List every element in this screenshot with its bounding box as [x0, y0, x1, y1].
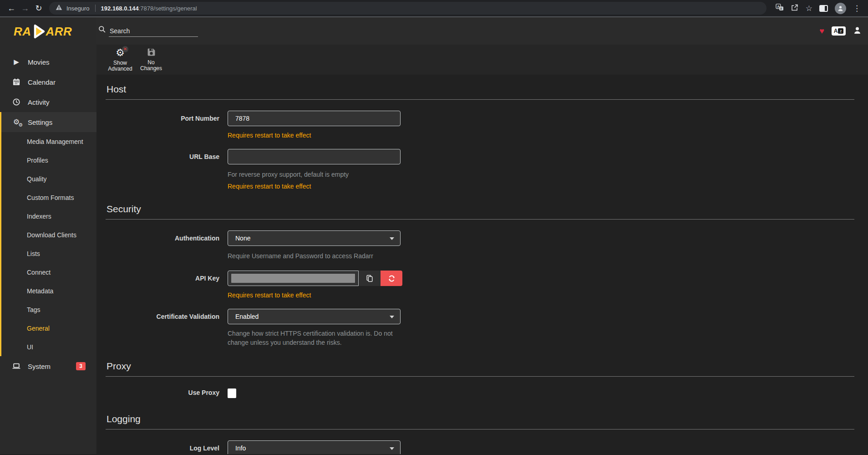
url-base-input[interactable]	[228, 149, 401, 164]
sidebar-item-label: Activity	[28, 98, 50, 106]
section-title: Host	[106, 80, 854, 100]
sidebar-item-indexers[interactable]: Indexers	[1, 207, 96, 225]
section-proxy: Proxy Use Proxy	[106, 357, 854, 398]
sidebar-item-custom-formats[interactable]: Custom Formats	[1, 188, 96, 207]
sidebar-item-media-management[interactable]: Media Management	[1, 132, 96, 151]
clock-icon	[12, 98, 21, 106]
authentication-row: Authentication None Require Username and…	[106, 230, 854, 261]
radarr-logo[interactable]: RA ARR	[0, 17, 96, 46]
use-proxy-checkbox[interactable]	[228, 389, 236, 398]
restart-warning: Requires restart to take effect	[228, 132, 402, 139]
settings-general-page: Host Port Number Requires restart to tak…	[96, 75, 868, 454]
sidebar-item-general[interactable]: General	[1, 319, 96, 337]
section-title: Proxy	[106, 357, 854, 377]
sidebar-item-movies[interactable]: ▶ Movies	[0, 52, 96, 72]
section-title: Security	[106, 200, 854, 220]
show-advanced-button[interactable]: ⚙✕ Show Advanced	[106, 47, 135, 72]
browser-reload-icon[interactable]: ↻	[32, 3, 46, 13]
sidebar-item-ui[interactable]: UI	[1, 337, 96, 356]
chevron-down-icon	[390, 316, 394, 318]
svg-text:z: z	[780, 7, 782, 10]
user-icon[interactable]	[853, 26, 862, 36]
sidebar-item-lists[interactable]: Lists	[1, 244, 96, 263]
browser-back-icon[interactable]: ←	[5, 4, 18, 13]
refresh-icon	[388, 275, 396, 282]
browser-forward-icon[interactable]: →	[18, 4, 32, 13]
port-number-input[interactable]	[228, 111, 401, 126]
advanced-gear-icon: ⚙✕	[115, 47, 126, 58]
share-icon[interactable]	[791, 4, 799, 13]
section-security: Security Authentication None Require Use…	[106, 200, 854, 347]
sidebar-item-tags[interactable]: Tags	[1, 300, 96, 319]
url-path: :7878/settings/general	[139, 5, 197, 12]
api-key-redacted-value	[231, 274, 355, 283]
copy-api-key-button[interactable]	[359, 271, 381, 286]
section-host: Host Port Number Requires restart to tak…	[106, 80, 854, 190]
sidebar-item-label: Calendar	[28, 78, 56, 86]
show-advanced-label: Show Advanced	[106, 60, 135, 72]
no-changes-label: No Changes	[137, 60, 166, 72]
authentication-helper: Require Username and Password to access …	[228, 251, 401, 261]
certificate-validation-label: Certificate Validation	[106, 309, 219, 347]
certificate-validation-helper: Change how strict HTTPS certification va…	[228, 329, 401, 347]
sidebar-item-metadata[interactable]: Metadata	[1, 281, 96, 300]
restart-warning: Requires restart to take effect	[228, 291, 402, 299]
clipboard-copy-icon	[366, 275, 373, 282]
certificate-validation-row: Certificate Validation Enabled Change ho…	[106, 309, 854, 347]
omnibox-separator	[95, 5, 96, 12]
api-key-row: API Key	[106, 271, 854, 299]
page-translate-icon[interactable]: A z	[832, 26, 846, 36]
browser-profile-avatar[interactable]	[835, 3, 846, 14]
gears-icon: ⚙ ⚙	[12, 118, 21, 126]
play-icon: ▶	[12, 58, 21, 66]
authentication-value: None	[235, 235, 250, 242]
url-host: 192.168.0.144	[101, 5, 139, 12]
sidebar-item-connect[interactable]: Connect	[1, 263, 96, 281]
logo-text-right: ARR	[46, 25, 72, 39]
calendar-icon	[12, 78, 21, 86]
url-base-helper: For reverse proxy support, default is em…	[228, 170, 401, 179]
sidebar-item-calendar[interactable]: Calendar	[0, 72, 96, 92]
sidebar-item-system[interactable]: System 3	[0, 356, 96, 376]
translate-icon[interactable]: Az	[776, 4, 784, 13]
section-logging: Logging Log Level Info	[106, 410, 854, 454]
log-level-label: Log Level	[106, 440, 219, 454]
authentication-label: Authentication	[106, 230, 219, 261]
laptop-icon	[12, 363, 21, 369]
url-base-label: URL Base	[106, 149, 219, 190]
log-level-select[interactable]: Info	[228, 440, 401, 454]
donate-heart-icon[interactable]: ♥	[819, 27, 824, 35]
certificate-validation-select[interactable]: Enabled	[228, 309, 401, 324]
regenerate-api-key-button[interactable]	[381, 271, 402, 286]
side-panel-icon[interactable]	[819, 5, 828, 12]
sidebar-item-profiles[interactable]: Profiles	[1, 151, 96, 169]
translate-box: z	[838, 28, 843, 34]
browser-menu-icon[interactable]: ⋮	[853, 4, 861, 13]
translate-letter: A	[834, 28, 838, 34]
sidebar-item-quality[interactable]: Quality	[1, 169, 96, 188]
api-key-input[interactable]	[228, 271, 359, 286]
bookmark-star-icon[interactable]: ☆	[806, 4, 812, 13]
search-input[interactable]	[109, 26, 198, 37]
url-base-row: URL Base For reverse proxy support, defa…	[106, 149, 854, 190]
save-changes-button[interactable]: No Changes	[137, 48, 166, 72]
system-health-badge: 3	[76, 362, 86, 370]
address-bar[interactable]: Inseguro 192.168.0.144:7878/settings/gen…	[49, 2, 766, 15]
logo-text-left: RA	[14, 25, 31, 39]
sidebar-item-activity[interactable]: Activity	[0, 92, 96, 112]
api-key-label: API Key	[106, 271, 219, 299]
sidebar-item-settings[interactable]: ⚙ ⚙ Settings	[1, 112, 96, 132]
authentication-select[interactable]: None	[228, 230, 401, 246]
search	[98, 26, 198, 37]
section-title: Logging	[106, 410, 854, 429]
sidebar-item-label: System	[28, 363, 51, 370]
floppy-save-icon	[147, 48, 156, 58]
log-level-row: Log Level Info	[106, 440, 854, 454]
chevron-down-icon	[390, 237, 394, 240]
restart-warning: Requires restart to take effect	[228, 183, 402, 190]
use-proxy-row: Use Proxy	[106, 388, 854, 398]
insecure-warning-icon[interactable]	[56, 4, 62, 12]
sidebar-item-download-clients[interactable]: Download Clients	[1, 225, 96, 244]
chevron-down-icon	[390, 447, 394, 450]
sidebar-item-label: Settings	[28, 118, 52, 126]
